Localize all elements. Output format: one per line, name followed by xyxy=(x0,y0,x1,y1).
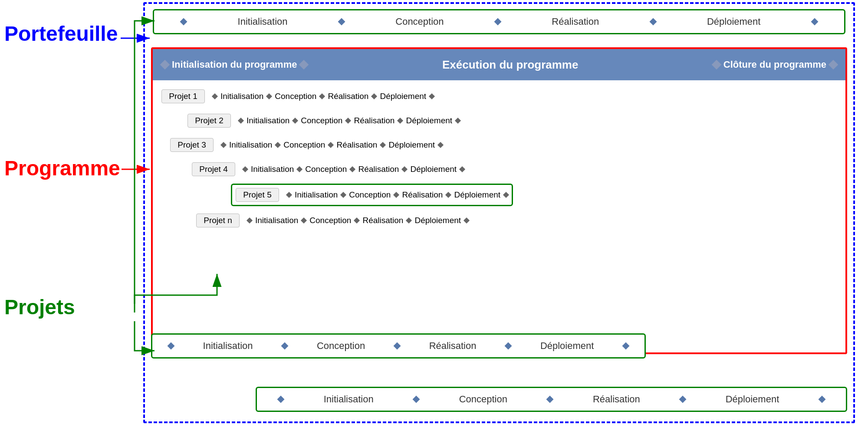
project-row-n: Projet n Initialisation Conception Réali… xyxy=(196,211,837,230)
phase-init-top: Initialisation xyxy=(232,16,294,27)
proj4-phase1: Initialisation xyxy=(247,165,297,174)
proj5-phase4: Déploiement xyxy=(450,190,504,200)
label-projets: Projets xyxy=(4,295,75,319)
bot2-phase2: Conception xyxy=(453,394,513,405)
proj-diamond-icon xyxy=(455,118,461,124)
bottom-process-bar-2: Initialisation Conception Réalisation Dé… xyxy=(256,387,847,412)
diamond-icon xyxy=(622,342,630,350)
proj1-phase3: Réalisation xyxy=(324,92,372,101)
portefeuille-box: Initialisation Conception Réalisation Dé… xyxy=(143,2,855,423)
prog-diamond-icon xyxy=(160,60,170,70)
prog-diamond-icon xyxy=(299,60,309,70)
prog-diamond-icon xyxy=(712,60,722,70)
project-row-5: Projet 5 Initialisation Conception Réali… xyxy=(231,184,513,206)
diamond-icon xyxy=(494,18,501,26)
bot1-phase2: Conception xyxy=(311,340,371,352)
bot1-phase1: Initialisation xyxy=(197,340,259,352)
prog-close-label: Clôture du programme xyxy=(723,59,826,70)
proj-diamond-icon xyxy=(437,142,444,148)
bot1-phase3: Réalisation xyxy=(423,340,483,352)
projn-phase3: Réalisation xyxy=(359,216,407,225)
diamond-icon xyxy=(180,18,187,26)
project-label-2: Projet 2 xyxy=(187,114,231,128)
programme-header: Initialisation du programme Exécution du… xyxy=(153,49,845,80)
projn-phase1: Initialisation xyxy=(252,216,302,225)
projn-phase4: Déploiement xyxy=(411,216,464,225)
proj4-phase3: Réalisation xyxy=(355,165,402,174)
proj1-phase2: Conception xyxy=(271,92,320,101)
bot1-phase4: Déploiement xyxy=(534,340,600,352)
prog-section-exec: Exécution du programme xyxy=(316,58,704,72)
prog-section-close: Clôture du programme xyxy=(704,59,845,70)
diamond-icon xyxy=(679,396,687,403)
proj2-phase2: Conception xyxy=(297,116,346,125)
bot2-phase4: Déploiement xyxy=(720,394,786,405)
proj1-phase1: Initialisation xyxy=(217,92,267,101)
proj5-phase1: Initialisation xyxy=(291,190,341,200)
proj4-phase4: Déploiement xyxy=(407,165,460,174)
bot2-phase3: Réalisation xyxy=(587,394,646,405)
proj-diamond-icon xyxy=(503,192,509,198)
project-row-1: Projet 1 Initialisation Conception Réali… xyxy=(161,86,837,106)
phase-conception-top: Conception xyxy=(389,16,450,27)
proj-diamond-icon xyxy=(429,93,435,99)
proj3-phase1: Initialisation xyxy=(226,140,276,150)
proj3-phase3: Réalisation xyxy=(333,140,381,150)
prog-diamond-icon xyxy=(829,60,838,70)
diamond-icon xyxy=(413,396,420,403)
proj-diamond-icon xyxy=(464,217,470,224)
bot2-phase1: Initialisation xyxy=(318,394,380,405)
phase-deploiement-top: Déploiement xyxy=(701,16,767,27)
programme-box: Initialisation du programme Exécution du… xyxy=(151,47,847,354)
proj5-phase2: Conception xyxy=(345,190,394,200)
bottom-process-bar-1: Initialisation Conception Réalisation Dé… xyxy=(151,333,646,359)
prog-init-label: Initialisation du programme xyxy=(172,59,297,70)
proj2-phase1: Initialisation xyxy=(243,116,293,125)
proj-diamond-icon xyxy=(459,166,465,172)
proj3-phase2: Conception xyxy=(280,140,329,150)
diamond-icon xyxy=(505,342,512,350)
project-row-3: Projet 3 Initialisation Conception Réali… xyxy=(170,135,837,155)
diamond-icon xyxy=(649,18,657,26)
proj2-phase3: Réalisation xyxy=(350,116,398,125)
diamond-icon xyxy=(546,396,554,403)
proj3-phase4: Déploiement xyxy=(385,140,438,150)
diamond-icon xyxy=(338,18,345,26)
diamond-icon xyxy=(277,396,285,403)
project-label-4: Projet 4 xyxy=(192,162,235,176)
project-label-5: Projet 5 xyxy=(236,188,279,202)
diamond-icon xyxy=(281,342,289,350)
project-row-4: Projet 4 Initialisation Conception Réali… xyxy=(192,159,837,179)
project-label-n: Projet n xyxy=(196,214,240,227)
project-label-3: Projet 3 xyxy=(170,138,214,152)
project-rows: Projet 1 Initialisation Conception Réali… xyxy=(153,80,845,237)
prog-exec-label: Exécution du programme xyxy=(442,58,579,72)
label-programme: Programme xyxy=(4,156,120,180)
top-process-bar: Initialisation Conception Réalisation Dé… xyxy=(153,9,845,34)
diamond-icon xyxy=(818,396,825,403)
proj2-phase4: Déploiement xyxy=(402,116,456,125)
diamond-icon xyxy=(393,342,401,350)
diamond-icon xyxy=(811,18,818,26)
prog-section-init: Initialisation du programme xyxy=(153,59,316,70)
project-row-2: Projet 2 Initialisation Conception Réali… xyxy=(187,111,837,131)
proj4-phase2: Conception xyxy=(302,165,350,174)
label-portefeuille: Portefeuille xyxy=(4,22,118,46)
proj5-phase3: Réalisation xyxy=(398,190,446,200)
projn-phase2: Conception xyxy=(306,216,355,225)
diamond-icon xyxy=(167,342,174,350)
phase-realisation-top: Réalisation xyxy=(546,16,605,27)
proj1-phase4: Déploiement xyxy=(376,92,430,101)
project-label-1: Projet 1 xyxy=(161,89,205,103)
